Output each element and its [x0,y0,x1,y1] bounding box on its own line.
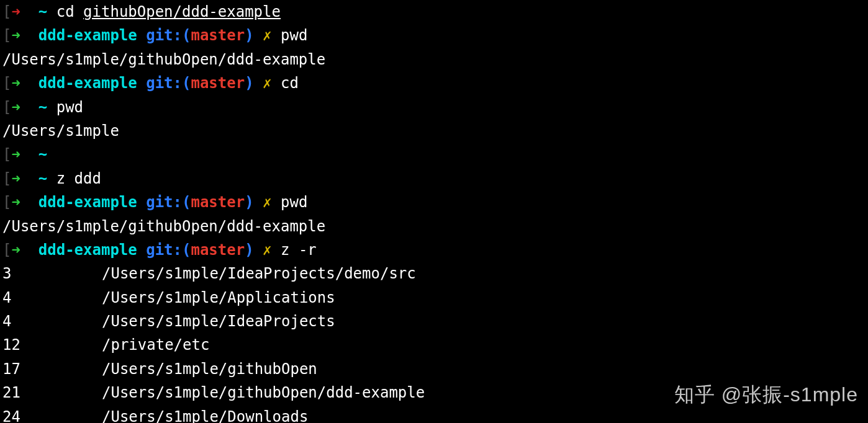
z-path: /Users/s1mple/githubOpen/ddd-example [102,381,425,404]
arrow-icon: ➜ [11,194,20,211]
prompt-dir: ~ [38,146,47,163]
prompt-line: [➜ ddd-example git:(master) ✗ pwd [2,190,866,214]
git-branch: master [191,194,245,211]
prompt-dir: ~ [38,170,47,187]
prompt-dir: ddd-example [38,27,137,44]
dirty-icon: ✗ [263,74,271,92]
z-list-row: 21/Users/s1mple/githubOpen/ddd-example [2,381,866,404]
output-text: /Users/s1mple/githubOpen/ddd-example [2,51,325,68]
dirty-icon: ✗ [263,241,271,259]
bracket-glyph: [ [2,27,11,44]
z-list-row: 17/Users/s1mple/githubOpen [2,357,866,381]
z-count: 12 [2,333,102,357]
z-count: 4 [2,309,102,333]
command-text[interactable]: cd [57,3,83,20]
terminal[interactable]: [➜ ~ cd githubOpen/ddd-example[➜ ddd-exa… [0,0,868,423]
output-line: /Users/s1mple/githubOpen/ddd-example [2,215,866,238]
z-list-row: 4/Users/s1mple/Applications [2,286,866,309]
git-branch: master [191,27,245,44]
arrow-icon: ➜ [11,27,20,44]
dirty-icon: ✗ [263,194,271,211]
prompt-line: [➜ ddd-example git:(master) ✗ pwd [2,24,866,47]
git-close: ) [245,74,253,92]
arrow-icon: ➜ [11,241,20,259]
command-text[interactable]: cd [281,74,299,92]
z-path: /Users/s1mple/Applications [102,286,335,309]
z-list-row: 12/private/etc [2,333,866,357]
z-count: 17 [2,357,102,381]
prompt-line: [➜ ~ [2,143,866,166]
prompt-dir: ~ [38,99,47,116]
arrow-icon: ➜ [11,3,20,20]
command-text[interactable]: z -r [281,241,317,259]
output-text: /Users/s1mple [2,122,119,140]
bracket-glyph: [ [2,146,11,163]
prompt-line: [➜ ~ z ddd [2,167,866,190]
bracket-glyph: [ [2,194,11,211]
prompt-dir: ddd-example [38,241,137,259]
prompt-dir: ddd-example [38,74,137,92]
bracket-glyph: [ [2,170,11,187]
z-path: /Users/s1mple/Downloads [102,405,308,423]
git-close: ) [245,27,253,44]
prompt-line: [➜ ddd-example git:(master) ✗ cd [2,71,866,95]
z-count: 21 [2,381,102,404]
git-label: git:( [146,241,191,259]
output-text: /Users/s1mple/githubOpen/ddd-example [2,218,325,235]
git-label: git:( [146,27,191,44]
dirty-icon: ✗ [263,27,271,44]
git-branch: master [191,74,245,92]
z-list-row: 24/Users/s1mple/Downloads [2,405,866,423]
git-label: git:( [146,74,191,92]
git-close: ) [245,194,253,211]
arrow-icon: ➜ [11,99,20,116]
bracket-glyph: [ [2,74,11,92]
git-close: ) [245,241,253,259]
prompt-dir: ddd-example [38,194,137,211]
command-text[interactable]: z ddd [57,170,101,187]
command-text[interactable]: pwd [281,27,307,44]
z-count: 3 [2,262,102,285]
command-text[interactable]: pwd [281,194,307,211]
prompt-line: [➜ ~ cd githubOpen/ddd-example [2,0,866,24]
command-text[interactable]: pwd [57,99,83,116]
prompt-line: [➜ ~ pwd [2,96,866,119]
prompt-dir: ~ [38,3,47,20]
git-branch: master [191,241,245,259]
command-arg[interactable]: githubOpen/ddd-example [83,3,281,20]
z-path: /Users/s1mple/IdeaProjects/demo/src [102,262,416,285]
z-count: 4 [2,286,102,309]
z-path: /Users/s1mple/githubOpen [102,357,317,381]
output-line: /Users/s1mple [2,119,866,143]
arrow-icon: ➜ [11,170,20,187]
arrow-icon: ➜ [11,146,20,163]
z-list-row: 4/Users/s1mple/IdeaProjects [2,309,866,333]
bracket-glyph: [ [2,3,11,20]
output-line: /Users/s1mple/githubOpen/ddd-example [2,48,866,71]
bracket-glyph: [ [2,241,11,259]
prompt-line: [➜ ddd-example git:(master) ✗ z -r [2,238,866,262]
z-list-row: 3/Users/s1mple/IdeaProjects/demo/src [2,262,866,285]
arrow-icon: ➜ [11,74,20,92]
bracket-glyph: [ [2,99,11,116]
z-path: /private/etc [102,333,209,357]
git-label: git:( [146,194,191,211]
z-count: 24 [2,405,102,423]
z-path: /Users/s1mple/IdeaProjects [102,309,335,333]
